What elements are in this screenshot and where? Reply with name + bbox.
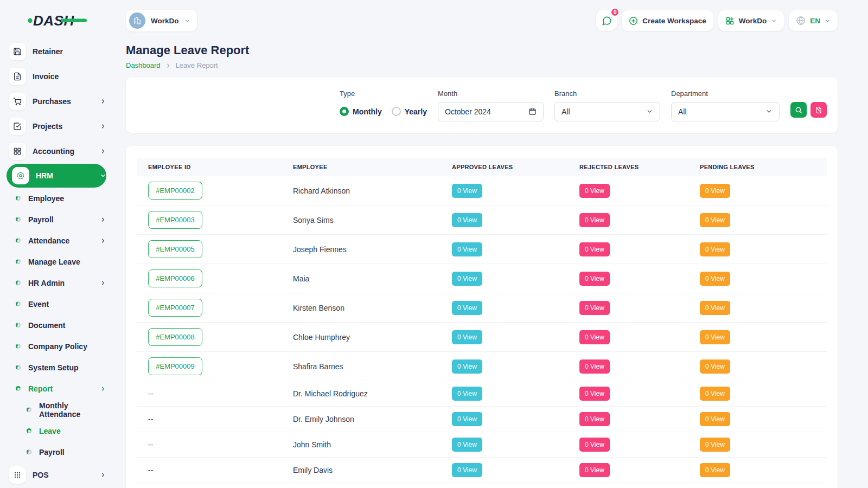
sidebar-item-invoice[interactable]: Invoice — [0, 64, 106, 89]
pending-leaves-view-badge[interactable]: 0 View — [700, 359, 730, 374]
chevron-right-icon — [100, 280, 106, 286]
sidebar-item-leave[interactable]: Leave — [0, 420, 106, 441]
employee-id-button[interactable]: #EMP00008 — [148, 328, 202, 346]
chevron-right-icon — [100, 237, 106, 244]
building-icon — [133, 16, 142, 25]
sidebar-item-system-setup[interactable]: System Setup — [0, 357, 106, 378]
sidebar-item-hr-admin[interactable]: HR Admin — [0, 272, 106, 293]
employee-id-button[interactable]: #EMP00002 — [148, 182, 202, 200]
pending-leaves-view-badge[interactable]: 0 View — [700, 272, 730, 286]
sidebar-item-hrm[interactable]: HRM — [7, 164, 106, 188]
sidebar-item-pos[interactable]: POS — [0, 463, 106, 487]
breadcrumb-dashboard-link[interactable]: Dashboard — [126, 61, 161, 69]
employee-name: Dr. Michael Rodriguez — [282, 384, 441, 403]
pending-leaves-view-badge[interactable]: 0 View — [700, 184, 730, 198]
bullet-icon — [16, 365, 21, 370]
create-workspace-button[interactable]: Create Workspace — [622, 10, 713, 31]
sidebar-item-label: HRM — [36, 171, 53, 180]
type-radio-yearly[interactable]: Yearly — [392, 107, 427, 116]
approved-leaves-view-badge[interactable]: 0 View — [452, 359, 482, 374]
sidebar-item-event[interactable]: Event — [0, 293, 106, 314]
search-button[interactable] — [790, 102, 807, 118]
rejected-leaves-view-badge[interactable]: 0 View — [579, 184, 610, 198]
topbar-actions: 0 Create Workspace WorkDo — [596, 10, 838, 31]
pending-leaves-view-badge[interactable]: 0 View — [700, 242, 730, 256]
rejected-leaves-view-badge[interactable]: 0 View — [579, 387, 610, 401]
table-row: --Dr. Michael Rodriguez0 View0 View0 Vie… — [137, 381, 827, 407]
rejected-leaves-view-badge[interactable]: 0 View — [579, 330, 610, 344]
sidebar-item-company-policy[interactable]: Company Policy — [0, 336, 106, 357]
sidebar-item-label: Company Policy — [28, 342, 87, 351]
sidebar-item-projects[interactable]: Projects — [0, 114, 106, 139]
sidebar-item-report[interactable]: Report — [0, 378, 106, 399]
reset-filter-button[interactable] — [810, 102, 827, 118]
pending-leaves-view-badge[interactable]: 0 View — [700, 387, 730, 401]
employee-id-button[interactable]: #EMP00005 — [148, 240, 202, 258]
column-header-employee: EMPLOYEE — [282, 164, 441, 170]
sidebar-item-retainer[interactable]: Retainer — [0, 39, 106, 64]
sidebar-item-payroll[interactable]: Payroll — [0, 209, 106, 230]
employee-id-button[interactable]: #EMP00003 — [148, 211, 202, 229]
sidebar-item-attendance[interactable]: Attendance — [0, 230, 106, 251]
employee-id-button[interactable]: #EMP00007 — [148, 299, 202, 317]
pending-leaves-view-badge[interactable]: 0 View — [700, 301, 730, 315]
branch-value: All — [561, 107, 570, 116]
column-header-rejected-leaves: REJECTED LEAVES — [568, 164, 688, 170]
approved-leaves-view-badge[interactable]: 0 View — [452, 213, 482, 227]
rejected-leaves-view-badge[interactable]: 0 View — [579, 301, 610, 315]
rejected-leaves-view-badge[interactable]: 0 View — [579, 463, 610, 477]
bullet-icon — [16, 344, 21, 349]
department-select[interactable]: All — [671, 102, 780, 121]
employee-name: Maia — [282, 269, 441, 288]
branch-select[interactable]: All — [554, 102, 660, 121]
workspace-switcher[interactable]: WorkDo — [126, 10, 197, 31]
approved-leaves-view-badge[interactable]: 0 View — [452, 301, 482, 315]
sidebar-item-purchases[interactable]: Purchases — [0, 89, 106, 114]
table-header-row: EMPLOYEE IDEMPLOYEEAPPROVED LEAVESREJECT… — [137, 158, 827, 176]
month-input[interactable]: October 2024 — [438, 102, 544, 121]
sidebar-item-manage-leave[interactable]: Manage Leave — [0, 251, 106, 272]
approved-leaves-view-badge[interactable]: 0 View — [452, 272, 482, 286]
approved-leaves-view-badge[interactable]: 0 View — [452, 438, 482, 452]
approved-leaves-view-badge[interactable]: 0 View — [452, 412, 482, 426]
approved-leaves-view-badge[interactable]: 0 View — [452, 387, 482, 401]
sidebar-item-label: HR Admin — [28, 279, 65, 287]
sidebar-item-document[interactable]: Document — [0, 314, 106, 336]
type-filter-group: Type MonthlyYearly — [340, 89, 427, 121]
rejected-leaves-view-badge[interactable]: 0 View — [579, 272, 610, 286]
rejected-leaves-view-badge[interactable]: 0 View — [579, 412, 610, 426]
rejected-leaves-view-badge[interactable]: 0 View — [579, 359, 610, 374]
employee-id-button[interactable]: #EMP00006 — [148, 269, 202, 287]
sidebar-item-monthly-attendance[interactable]: Monthly Attendance — [0, 399, 106, 420]
sidebar-item-payroll[interactable]: Payroll — [0, 441, 106, 463]
pending-leaves-view-badge[interactable]: 0 View — [700, 213, 730, 227]
workdo-menu-label: WorkDo — [739, 17, 767, 25]
pending-leaves-view-badge[interactable]: 0 View — [700, 330, 730, 344]
leave-report-table-card: EMPLOYEE IDEMPLOYEEAPPROVED LEAVESREJECT… — [126, 146, 838, 488]
employee-name: Chloe Humphrey — [282, 328, 441, 347]
pending-leaves-view-badge[interactable]: 0 View — [700, 463, 730, 477]
approved-leaves-view-badge[interactable]: 0 View — [452, 463, 482, 477]
workdo-menu-button[interactable]: WorkDo — [718, 10, 784, 31]
sidebar-item-label: Report — [28, 384, 53, 393]
rejected-leaves-view-badge[interactable]: 0 View — [579, 242, 610, 256]
employee-id-button[interactable]: #EMP00009 — [148, 357, 202, 375]
messages-button[interactable]: 0 — [596, 10, 617, 31]
bullet-icon — [16, 217, 21, 222]
rejected-leaves-view-badge[interactable]: 0 View — [579, 213, 610, 227]
sidebar-item-accounting[interactable]: Accounting — [0, 139, 106, 164]
grid-plus-icon — [725, 16, 735, 25]
approved-leaves-view-badge[interactable]: 0 View — [452, 330, 482, 344]
type-radio-monthly[interactable]: Monthly — [340, 107, 382, 116]
sidebar-item-label: Projects — [33, 122, 62, 131]
rejected-leaves-view-badge[interactable]: 0 View — [579, 438, 610, 452]
table-row: --James Brown0 View0 View0 View — [137, 483, 827, 488]
sidebar-item-label: Payroll — [28, 215, 54, 224]
branch-filter-label: Branch — [554, 89, 660, 98]
language-selector[interactable]: EN — [789, 10, 838, 31]
approved-leaves-view-badge[interactable]: 0 View — [452, 184, 482, 198]
sidebar-item-employee[interactable]: Employee — [0, 188, 106, 209]
approved-leaves-view-badge[interactable]: 0 View — [452, 242, 482, 256]
pending-leaves-view-badge[interactable]: 0 View — [700, 438, 730, 452]
pending-leaves-view-badge[interactable]: 0 View — [700, 412, 730, 426]
